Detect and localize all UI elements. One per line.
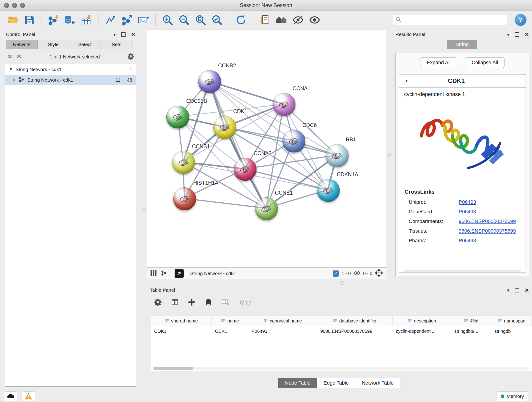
zoom-selected-button[interactable]: [210, 13, 224, 27]
panel-maximize-icon[interactable]: [515, 32, 519, 37]
import-network-file-button[interactable]: [46, 13, 61, 27]
network-node-rb1[interactable]: [326, 144, 349, 167]
hidden-eye-slash-icon[interactable]: [354, 270, 360, 277]
expand-tree-icon[interactable]: [7, 53, 13, 60]
panel-maximize-icon[interactable]: [515, 288, 519, 293]
tab-style[interactable]: Style: [38, 40, 69, 49]
command-document-button[interactable]: [258, 13, 272, 27]
scrollbar-thumb[interactable]: [153, 367, 193, 370]
column-header-id[interactable]: @id: [451, 316, 491, 326]
column-header-name[interactable]: name: [212, 316, 248, 326]
tab-node-table[interactable]: Node Table: [278, 378, 317, 388]
network-canvas[interactable]: CCNB2CCNA1CDC25BCDK1CDC6RB1CCNB1CCNA2CDK…: [147, 30, 386, 268]
left-splitter-handle[interactable]: [142, 208, 146, 212]
network-overview-homes-button[interactable]: [274, 13, 289, 27]
network-node-cdc25b[interactable]: [166, 106, 189, 128]
network-node-cdk1[interactable]: [213, 116, 236, 139]
zoom-in-button[interactable]: [160, 13, 175, 27]
panel-float-icon[interactable]: ▾: [507, 32, 510, 37]
crosslink-link[interactable]: P06493: [459, 209, 476, 215]
tab-network[interactable]: Network: [6, 40, 38, 49]
table-cell[interactable]: CDK1: [151, 329, 212, 334]
save-session-button[interactable]: [22, 13, 37, 27]
tab-edge-table[interactable]: Edge Table: [317, 378, 355, 388]
grid-view-icon[interactable]: [150, 269, 157, 277]
maximize-window-button[interactable]: [20, 3, 25, 8]
column-header-canonical-name[interactable]: canonical name: [248, 316, 317, 326]
crosslink-link[interactable]: P06493: [459, 199, 476, 205]
table-cell[interactable]: stringdb:9...: [451, 329, 491, 334]
collapse-triangle-icon[interactable]: ▼: [405, 79, 409, 83]
collapse-triangle-icon[interactable]: ▼: [9, 67, 13, 72]
table-cell[interactable]: stringdb: [491, 329, 532, 334]
new-network-from-selection-button[interactable]: [120, 13, 134, 27]
table-horizontal-scrollbar[interactable]: [153, 367, 530, 370]
selected-nodes-checkbox[interactable]: ✓: [333, 270, 339, 277]
tab-network-table[interactable]: Network Table: [355, 378, 400, 388]
network-node-ccne1[interactable]: [255, 197, 278, 220]
network-row-selected[interactable]: String Network - cdk1 11 48: [5, 75, 136, 85]
horizontal-splitter-handle[interactable]: [341, 281, 344, 285]
collapse-tree-icon[interactable]: [16, 53, 22, 60]
tab-string[interactable]: String: [447, 40, 477, 49]
minimize-window-button[interactable]: [12, 3, 17, 8]
table-cell[interactable]: CDK1: [212, 329, 248, 334]
cloud-status-button[interactable]: [4, 391, 17, 401]
search-input[interactable]: [404, 17, 504, 23]
open-session-button[interactable]: [6, 13, 20, 27]
results-scrollbar[interactable]: [404, 270, 521, 272]
show-columns-icon[interactable]: [171, 298, 179, 307]
network-node-cdkn1a[interactable]: [317, 179, 340, 202]
tab-select[interactable]: Select: [69, 40, 101, 49]
panel-close-icon[interactable]: ×: [525, 287, 529, 293]
network-node-ccnb1[interactable]: [172, 151, 195, 174]
crosslink-link[interactable]: 9606.ENSP00000378699: [459, 218, 516, 224]
memory-button[interactable]: Memory: [496, 391, 528, 401]
hide-selected-eye-slash-button[interactable]: [291, 13, 305, 27]
delete-column-trash-icon[interactable]: [205, 298, 212, 307]
detach-view-button[interactable]: [175, 269, 184, 278]
gear-icon[interactable]: [127, 53, 134, 61]
network-overview-icon[interactable]: [161, 270, 167, 277]
table-settings-gear-icon[interactable]: [154, 298, 162, 307]
panel-maximize-icon[interactable]: [121, 32, 126, 37]
protein-section-header[interactable]: ▼ CDK1: [399, 75, 526, 88]
panel-float-icon[interactable]: ▾: [507, 288, 510, 293]
network-node-ccnb2[interactable]: [198, 70, 221, 93]
network-node-ccna1[interactable]: [273, 93, 296, 116]
network-node-cdc6[interactable]: [283, 130, 305, 153]
warnings-button[interactable]: [22, 391, 35, 401]
show-all-eye-button[interactable]: [307, 13, 322, 27]
tab-sets[interactable]: Sets: [101, 40, 133, 49]
pan-crosshair-icon[interactable]: [375, 269, 383, 278]
import-table-button[interactable]: [79, 13, 94, 27]
import-network-database-button[interactable]: [63, 13, 77, 27]
column-header-namespac[interactable]: namespac: [491, 316, 532, 326]
crosslink-link[interactable]: P06493: [459, 238, 476, 244]
network-node-ccna2[interactable]: [234, 158, 257, 181]
export-image-button[interactable]: [136, 13, 151, 27]
help-button[interactable]: ?: [515, 14, 526, 26]
panel-close-icon[interactable]: ×: [131, 32, 135, 37]
panel-close-icon[interactable]: ×: [525, 32, 529, 37]
column-header-description[interactable]: description: [393, 316, 451, 326]
network-collection-row[interactable]: ▼ String Network - cdk1 1: [5, 64, 136, 75]
add-column-plus-icon[interactable]: [188, 298, 196, 307]
first-neighbors-button[interactable]: [103, 13, 118, 27]
table-row[interactable]: CDK1CDK1P064939606.ENSP00000378699cyclin…: [151, 326, 532, 336]
network-node-hist1h1a[interactable]: [173, 187, 196, 211]
zoom-fit-button[interactable]: [193, 13, 208, 27]
zoom-out-button[interactable]: [177, 13, 191, 27]
column-header-database-identifier[interactable]: database identifier: [317, 316, 393, 326]
close-window-button[interactable]: [4, 3, 9, 8]
table-cell[interactable]: P06493: [248, 329, 317, 334]
panel-float-icon[interactable]: ▾: [114, 32, 116, 37]
expand-all-button[interactable]: Expand All: [420, 57, 457, 68]
crosslink-link[interactable]: 9606.ENSP00000378699: [459, 228, 516, 234]
apply-layout-button[interactable]: [234, 13, 248, 27]
column-header-shared-name[interactable]: shared name: [151, 316, 212, 326]
collapse-all-button[interactable]: Collapse All: [465, 57, 505, 68]
table-cell[interactable]: cyclin-dependent ...: [393, 329, 451, 334]
right-splitter-handle[interactable]: [387, 153, 391, 157]
table-cell[interactable]: 9606.ENSP00000378699: [317, 329, 393, 334]
